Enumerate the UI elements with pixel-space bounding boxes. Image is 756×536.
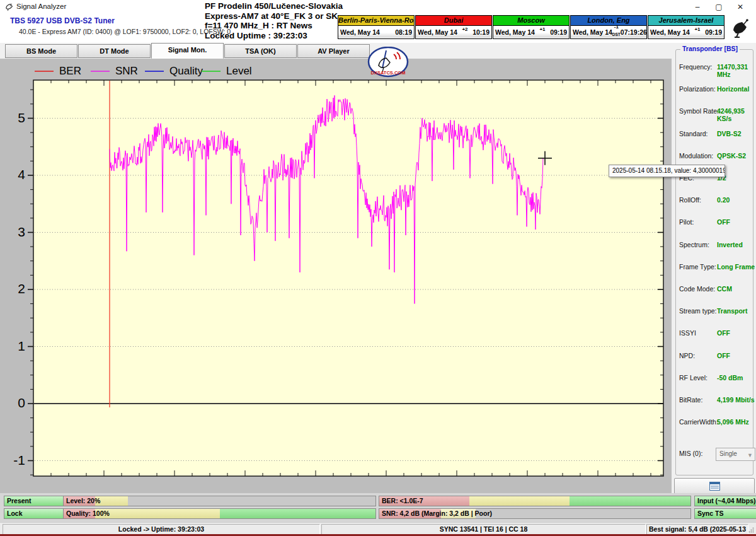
tab-signal-mon-[interactable]: Signal Mon. bbox=[151, 43, 224, 59]
list-window-icon bbox=[709, 482, 720, 491]
window-title: Signal Analyzer bbox=[16, 3, 66, 10]
clock-time: 07:19:26 bbox=[621, 28, 647, 36]
clock-time: 10:19 bbox=[472, 28, 490, 36]
clock-city: Moscow bbox=[493, 16, 569, 26]
transponder-label: Symbol Rate: bbox=[679, 107, 719, 115]
dxsatcs-logo: DXSATCS.COM bbox=[367, 47, 409, 78]
bar-segment bbox=[95, 509, 220, 518]
status-bar: Locked -> Uptime: 39:23:03SYNC 13541 | T… bbox=[0, 522, 756, 535]
legend-line-swatch bbox=[145, 71, 164, 72]
bar-segment bbox=[469, 496, 570, 506]
y-axis-label: 3 bbox=[0, 224, 25, 240]
transponder-value: 4246,935 KS/s bbox=[717, 107, 756, 122]
transponder-value: Horizontal bbox=[717, 85, 749, 93]
chevron-down-icon: ▼ bbox=[747, 450, 753, 461]
header-line: f=11 470 MHz_H : RT News bbox=[205, 21, 350, 31]
transponder-value: 5,096 MHz bbox=[717, 418, 749, 426]
y-axis-label: 1 bbox=[0, 339, 25, 354]
y-axis-label: 0 bbox=[0, 395, 25, 411]
clock-london-eng: London, EngWed, May 14-1DST07:19:26 bbox=[570, 15, 647, 39]
transponder-value: Transport bbox=[717, 307, 747, 315]
bar-quality: Quality: 100% bbox=[63, 508, 376, 519]
tab-av-player[interactable]: AV Player bbox=[297, 44, 370, 58]
badge-lock: Lock bbox=[4, 508, 64, 519]
bar-text: Level: 20% bbox=[66, 496, 100, 506]
resize-grip[interactable] bbox=[748, 527, 754, 533]
transponder-value: 11470,331 MHz bbox=[717, 63, 756, 78]
bar-segment bbox=[570, 496, 690, 506]
clock-time-row: Wed, May 14+109:19 bbox=[648, 26, 724, 38]
bar-level: Level: 20% bbox=[63, 496, 376, 506]
signal-plot[interactable] bbox=[25, 76, 674, 484]
badge-present: Present bbox=[4, 496, 64, 506]
clock-time-row: Wed, May 14-1DST07:19:26 bbox=[571, 26, 646, 38]
clock-dubai: DubaiWed, May 14+210:19 bbox=[415, 15, 492, 39]
transponder-value: OFF bbox=[717, 218, 730, 226]
cursor-tooltip: 2025-05-14 08.15.18, value: 4,3000001907… bbox=[609, 165, 725, 177]
transponder-label: Spectrum: bbox=[679, 241, 709, 248]
legend-line-swatch bbox=[91, 71, 110, 72]
legend-item-quality: Quality bbox=[145, 66, 203, 76]
clock-berlin-paris-vienna-roma: Berlin-Paris-Vienna-RomaWed, May 1408:19 bbox=[338, 15, 415, 39]
maximize-button[interactable]: ▢ bbox=[708, 0, 730, 14]
transponder-label: Frequency: bbox=[679, 63, 713, 71]
transponder-label: CarrierWidth: bbox=[679, 418, 718, 426]
clock-time-row: Wed, May 14+210:19 bbox=[416, 26, 491, 38]
title-bar: Signal Analyzer – ▢ ✕ bbox=[0, 0, 756, 14]
transponder-label: Polarization: bbox=[679, 85, 716, 93]
clock-date: Wed, May 14 bbox=[573, 28, 612, 36]
svg-text:DXSATCS.COM: DXSATCS.COM bbox=[371, 70, 406, 76]
clock-city: Berlin-Paris-Vienna-Roma bbox=[338, 16, 414, 26]
bar-ber: BER: <1.0E-7 bbox=[379, 496, 691, 506]
tuner-details: 40.0E - Express AM7 (ID: 0400) @ LOF1: 9… bbox=[19, 28, 231, 35]
badge-input: Input (~4,04 Mbps) bbox=[694, 496, 756, 506]
clock-utc-offset: +1 bbox=[535, 26, 550, 32]
clock-date: Wed, May 14 bbox=[418, 28, 457, 36]
transponder-value: OFF bbox=[717, 352, 730, 359]
header-line: Express-AM7 at 40°E_FK 3 or SK bbox=[205, 11, 350, 21]
legend-item-snr: SNR bbox=[91, 66, 138, 76]
tab-dt-mode[interactable]: DT Mode bbox=[78, 44, 151, 58]
clock-utc-offset: +2 bbox=[457, 26, 472, 32]
bar-segment bbox=[220, 509, 375, 518]
y-axis-label: 5 bbox=[0, 110, 25, 125]
transponder-label: Code Mode: bbox=[679, 285, 715, 293]
transponder-label: RF Level: bbox=[679, 374, 707, 382]
transponder-label: ISSYI bbox=[679, 329, 696, 337]
y-axis-label: 4 bbox=[0, 167, 25, 182]
transponder-title: Transponder [BS] bbox=[680, 45, 740, 52]
transponder-value: Long Frame bbox=[717, 263, 755, 271]
clock-city: Dubai bbox=[416, 16, 491, 26]
y-axis-label: 2 bbox=[0, 281, 25, 296]
bar-text: Quality: 100% bbox=[66, 509, 110, 518]
clock-city: London, Eng bbox=[571, 16, 646, 26]
clock-utc-offset: +1 bbox=[690, 26, 705, 32]
close-button[interactable]: ✕ bbox=[730, 0, 751, 14]
y-axis-label: -1 bbox=[0, 453, 25, 468]
mis-select[interactable]: Single ▼ bbox=[716, 448, 755, 461]
clock-jerusalem-israel: Jerusalem-IsraelWed, May 14+109:19 bbox=[648, 15, 724, 39]
legend-item-level: Level bbox=[202, 66, 252, 76]
transponder-value: 0.20 bbox=[717, 196, 730, 204]
clock-date: Wed, May 14 bbox=[340, 28, 380, 36]
header-line: Locked Uptime : 39:23:03 bbox=[205, 31, 350, 41]
transponder-label: Standard: bbox=[679, 130, 708, 137]
tab-tsa-ok-[interactable]: TSA (OK) bbox=[224, 44, 297, 58]
legend-line-swatch bbox=[202, 71, 220, 72]
transponder-value: -50 dBm bbox=[717, 374, 743, 382]
statusbar-cell: Locked -> Uptime: 39:23:03 bbox=[3, 524, 320, 535]
statusbar-cell: Best signal: 5,4 dB (2025-05-13 14:19) bbox=[646, 524, 748, 535]
tab-bs-mode[interactable]: BS Mode bbox=[5, 44, 77, 58]
clock-date: Wed, May 14 bbox=[495, 28, 535, 36]
transponder-label: NPD: bbox=[679, 352, 695, 359]
statusbar-cell: SYNC 13541 | TEI 16 | CC 18 bbox=[321, 524, 646, 535]
transponder-value: OFF bbox=[717, 329, 730, 337]
clock-city: Jerusalem-Israel bbox=[648, 16, 724, 26]
minimize-button[interactable]: – bbox=[687, 0, 708, 14]
transponder-value: 4,199 Mbit/s bbox=[717, 396, 755, 404]
clock-time-row: Wed, May 14+109:19 bbox=[493, 26, 569, 38]
indicator-bars-area: PresentLockInput (~4,04 Mbps)Sync TSLeve… bbox=[0, 493, 756, 522]
transponder-label: RollOff: bbox=[679, 196, 701, 204]
panel-tool-button[interactable] bbox=[674, 478, 755, 494]
transponder-value: QPSK-S2 bbox=[717, 152, 746, 160]
